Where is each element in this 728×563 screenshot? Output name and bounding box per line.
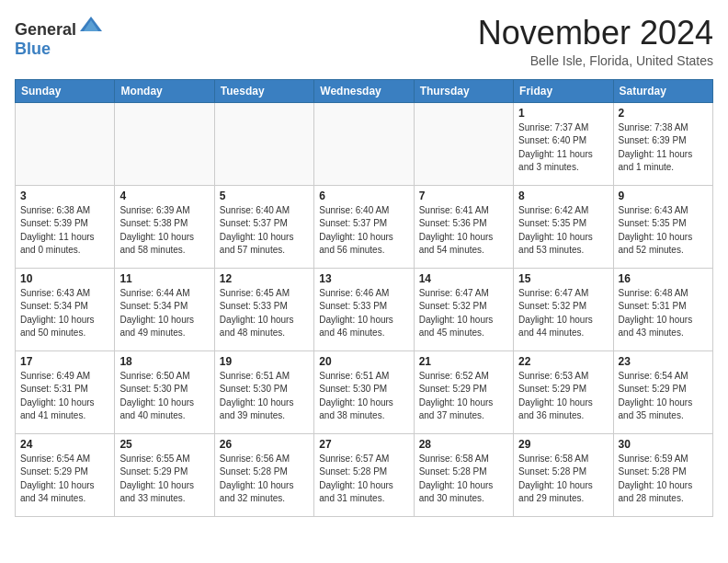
day-number: 15 bbox=[518, 272, 608, 285]
calendar-cell: 21Sunrise: 6:52 AM Sunset: 5:29 PM Dayli… bbox=[414, 350, 513, 433]
calendar-header-monday: Monday bbox=[115, 79, 214, 102]
day-number: 17 bbox=[20, 355, 109, 368]
cell-info: Sunrise: 6:50 AM Sunset: 5:30 PM Dayligh… bbox=[119, 370, 209, 423]
cell-info: Sunrise: 6:51 AM Sunset: 5:30 PM Dayligh… bbox=[220, 370, 309, 423]
location: Belle Isle, Florida, United States bbox=[478, 53, 713, 68]
day-number: 6 bbox=[319, 190, 408, 202]
calendar-cell: 25Sunrise: 6:55 AM Sunset: 5:29 PM Dayli… bbox=[115, 433, 214, 516]
cell-info: Sunrise: 6:38 AM Sunset: 5:39 PM Dayligh… bbox=[20, 204, 109, 258]
day-number: 5 bbox=[220, 190, 309, 202]
calendar-cell: 8Sunrise: 6:42 AM Sunset: 5:35 PM Daylig… bbox=[514, 185, 613, 268]
logo-general-text: General bbox=[15, 20, 76, 40]
day-number: 9 bbox=[619, 190, 708, 202]
day-number: 1 bbox=[518, 107, 608, 120]
calendar-cell: 20Sunrise: 6:51 AM Sunset: 5:30 PM Dayli… bbox=[314, 350, 414, 433]
calendar-cell: 22Sunrise: 6:53 AM Sunset: 5:29 PM Dayli… bbox=[514, 350, 613, 433]
day-number: 28 bbox=[419, 438, 508, 451]
day-number: 16 bbox=[619, 272, 708, 285]
cell-info: Sunrise: 6:57 AM Sunset: 5:28 PM Dayligh… bbox=[319, 453, 408, 506]
cell-info: Sunrise: 6:42 AM Sunset: 5:35 PM Dayligh… bbox=[518, 204, 608, 258]
title-block: November 2024 Belle Isle, Florida, Unite… bbox=[478, 15, 713, 68]
calendar-cell: 9Sunrise: 6:43 AM Sunset: 5:35 PM Daylig… bbox=[613, 185, 712, 268]
day-number: 25 bbox=[119, 438, 209, 451]
calendar-header-tuesday: Tuesday bbox=[214, 79, 313, 102]
calendar-header-wednesday: Wednesday bbox=[314, 79, 414, 102]
calendar-cell: 19Sunrise: 6:51 AM Sunset: 5:30 PM Dayli… bbox=[214, 350, 313, 433]
cell-info: Sunrise: 6:58 AM Sunset: 5:28 PM Dayligh… bbox=[419, 453, 508, 506]
cell-info: Sunrise: 6:53 AM Sunset: 5:29 PM Dayligh… bbox=[518, 370, 608, 423]
calendar-cell: 24Sunrise: 6:54 AM Sunset: 5:29 PM Dayli… bbox=[16, 433, 115, 516]
calendar-cell bbox=[16, 102, 115, 185]
calendar-cell: 28Sunrise: 6:58 AM Sunset: 5:28 PM Dayli… bbox=[414, 433, 513, 516]
day-number: 20 bbox=[319, 355, 408, 368]
calendar-cell bbox=[214, 102, 313, 185]
calendar-cell: 12Sunrise: 6:45 AM Sunset: 5:33 PM Dayli… bbox=[214, 268, 313, 350]
cell-info: Sunrise: 6:55 AM Sunset: 5:29 PM Dayligh… bbox=[119, 453, 209, 506]
day-number: 14 bbox=[419, 272, 508, 285]
calendar-week-0: 1Sunrise: 7:37 AM Sunset: 6:40 PM Daylig… bbox=[16, 102, 713, 185]
cell-info: Sunrise: 6:59 AM Sunset: 5:28 PM Dayligh… bbox=[619, 453, 708, 506]
month-title: November 2024 bbox=[478, 15, 713, 52]
calendar-week-3: 17Sunrise: 6:49 AM Sunset: 5:31 PM Dayli… bbox=[16, 350, 713, 433]
cell-info: Sunrise: 6:49 AM Sunset: 5:31 PM Dayligh… bbox=[20, 370, 109, 423]
day-number: 12 bbox=[220, 272, 309, 285]
calendar-header-thursday: Thursday bbox=[414, 79, 513, 102]
page-header: General Blue November 2024 Belle Isle, F… bbox=[15, 15, 713, 68]
day-number: 11 bbox=[119, 272, 209, 285]
day-number: 7 bbox=[419, 190, 508, 202]
calendar-cell: 26Sunrise: 6:56 AM Sunset: 5:28 PM Dayli… bbox=[214, 433, 313, 516]
calendar-cell: 5Sunrise: 6:40 AM Sunset: 5:37 PM Daylig… bbox=[214, 185, 313, 268]
logo-blue-text: Blue bbox=[15, 40, 51, 59]
cell-info: Sunrise: 6:44 AM Sunset: 5:34 PM Dayligh… bbox=[119, 287, 209, 340]
calendar-cell: 29Sunrise: 6:58 AM Sunset: 5:28 PM Dayli… bbox=[514, 433, 613, 516]
cell-info: Sunrise: 6:52 AM Sunset: 5:29 PM Dayligh… bbox=[419, 370, 508, 423]
calendar-cell: 11Sunrise: 6:44 AM Sunset: 5:34 PM Dayli… bbox=[115, 268, 214, 350]
cell-info: Sunrise: 6:47 AM Sunset: 5:32 PM Dayligh… bbox=[419, 287, 508, 340]
day-number: 18 bbox=[119, 355, 209, 368]
cell-info: Sunrise: 6:51 AM Sunset: 5:30 PM Dayligh… bbox=[319, 370, 408, 423]
day-number: 4 bbox=[119, 190, 209, 202]
cell-info: Sunrise: 6:41 AM Sunset: 5:36 PM Dayligh… bbox=[419, 204, 508, 258]
day-number: 26 bbox=[220, 438, 309, 451]
day-number: 21 bbox=[419, 355, 508, 368]
calendar-week-2: 10Sunrise: 6:43 AM Sunset: 5:34 PM Dayli… bbox=[16, 268, 713, 350]
calendar-cell: 4Sunrise: 6:39 AM Sunset: 5:38 PM Daylig… bbox=[115, 185, 214, 268]
cell-info: Sunrise: 6:40 AM Sunset: 5:37 PM Dayligh… bbox=[319, 204, 408, 258]
calendar-cell: 3Sunrise: 6:38 AM Sunset: 5:39 PM Daylig… bbox=[16, 185, 115, 268]
calendar-cell: 14Sunrise: 6:47 AM Sunset: 5:32 PM Dayli… bbox=[414, 268, 513, 350]
cell-info: Sunrise: 6:43 AM Sunset: 5:35 PM Dayligh… bbox=[619, 204, 708, 258]
calendar-cell: 7Sunrise: 6:41 AM Sunset: 5:36 PM Daylig… bbox=[414, 185, 513, 268]
calendar-cell: 16Sunrise: 6:48 AM Sunset: 5:31 PM Dayli… bbox=[613, 268, 712, 350]
logo-icon bbox=[78, 15, 104, 35]
cell-info: Sunrise: 6:54 AM Sunset: 5:29 PM Dayligh… bbox=[619, 370, 708, 423]
calendar-cell bbox=[414, 102, 513, 185]
cell-info: Sunrise: 6:47 AM Sunset: 5:32 PM Dayligh… bbox=[518, 287, 608, 340]
calendar-cell: 1Sunrise: 7:37 AM Sunset: 6:40 PM Daylig… bbox=[514, 102, 613, 185]
calendar-week-1: 3Sunrise: 6:38 AM Sunset: 5:39 PM Daylig… bbox=[16, 185, 713, 268]
day-number: 2 bbox=[619, 107, 708, 120]
cell-info: Sunrise: 6:58 AM Sunset: 5:28 PM Dayligh… bbox=[518, 453, 608, 506]
calendar-cell: 6Sunrise: 6:40 AM Sunset: 5:37 PM Daylig… bbox=[314, 185, 414, 268]
calendar-cell: 15Sunrise: 6:47 AM Sunset: 5:32 PM Dayli… bbox=[514, 268, 613, 350]
cell-info: Sunrise: 6:45 AM Sunset: 5:33 PM Dayligh… bbox=[220, 287, 309, 340]
calendar-cell: 23Sunrise: 6:54 AM Sunset: 5:29 PM Dayli… bbox=[613, 350, 712, 433]
calendar-cell: 18Sunrise: 6:50 AM Sunset: 5:30 PM Dayli… bbox=[115, 350, 214, 433]
calendar-cell: 30Sunrise: 6:59 AM Sunset: 5:28 PM Dayli… bbox=[613, 433, 712, 516]
day-number: 3 bbox=[20, 190, 109, 202]
cell-info: Sunrise: 6:43 AM Sunset: 5:34 PM Dayligh… bbox=[20, 287, 109, 340]
cell-info: Sunrise: 7:38 AM Sunset: 6:39 PM Dayligh… bbox=[619, 121, 708, 175]
cell-info: Sunrise: 6:40 AM Sunset: 5:37 PM Dayligh… bbox=[220, 204, 309, 258]
day-number: 10 bbox=[20, 272, 109, 285]
cell-info: Sunrise: 7:37 AM Sunset: 6:40 PM Dayligh… bbox=[518, 121, 608, 175]
day-number: 23 bbox=[619, 355, 708, 368]
logo: General Blue bbox=[15, 15, 104, 59]
calendar-header-saturday: Saturday bbox=[613, 79, 712, 102]
day-number: 24 bbox=[20, 438, 109, 451]
calendar-cell: 10Sunrise: 6:43 AM Sunset: 5:34 PM Dayli… bbox=[16, 268, 115, 350]
calendar-header-row: SundayMondayTuesdayWednesdayThursdayFrid… bbox=[16, 79, 713, 102]
cell-info: Sunrise: 6:39 AM Sunset: 5:38 PM Dayligh… bbox=[119, 204, 209, 258]
calendar-cell bbox=[115, 102, 214, 185]
calendar-header-sunday: Sunday bbox=[16, 79, 115, 102]
day-number: 27 bbox=[319, 438, 408, 451]
calendar-cell: 2Sunrise: 7:38 AM Sunset: 6:39 PM Daylig… bbox=[613, 102, 712, 185]
